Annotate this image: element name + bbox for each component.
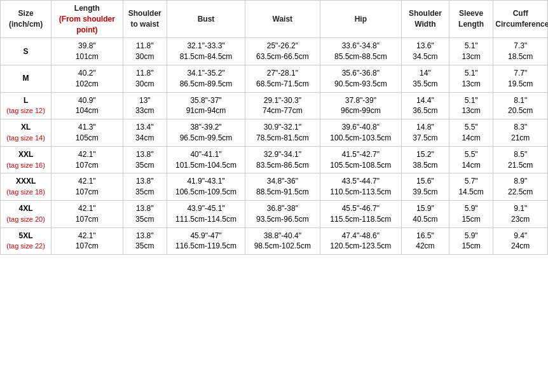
sw-metric: 40.5cm <box>404 214 447 225</box>
cell-waist: 27"-28.1"68.5cm-71.5cm <box>245 65 320 92</box>
header-shoulder-width: ShoulderWidth <box>401 1 449 38</box>
cell-cuff: 7.3"18.5cm <box>493 38 548 65</box>
cc-imperial: 7.7" <box>495 68 545 79</box>
waist-metric: 68.5cm-71.5cm <box>247 79 318 90</box>
cell-shoulder: 11.8"30cm <box>123 38 167 65</box>
shoulder-metric: 35cm <box>125 187 165 198</box>
bust-metric: 86.5cm-89.5cm <box>169 79 243 90</box>
cell-sleeve-length: 5.7"14.5cm <box>449 173 493 201</box>
cell-cuff: 8.1"20.5cm <box>493 92 548 119</box>
size-tag: (tag size 22) <box>6 242 45 250</box>
cell-sleeve-length: 5.5"14cm <box>449 146 493 173</box>
table-row: 4XL(tag size 20) 42.1"107cm 13.8"35cm 43… <box>1 200 548 227</box>
cell-shoulder-width: 14.4"36.5cm <box>401 92 449 119</box>
cell-hip: 33.6"-34.8"85.5cm-88.5cm <box>320 38 401 65</box>
sl-imperial: 5.7" <box>451 176 491 187</box>
size-chart-wrapper: Size(inch/cm) Length(From shoulder point… <box>0 0 548 255</box>
size-label: 5XL <box>19 231 33 240</box>
sw-metric: 36.5cm <box>404 105 447 116</box>
sl-metric: 14cm <box>451 160 491 171</box>
size-label: XXXL <box>16 177 36 186</box>
sw-imperial: 14.4" <box>404 95 447 106</box>
sl-imperial: 5.9" <box>451 231 491 241</box>
hip-metric: 110.5cm-113.5cm <box>322 187 399 198</box>
cell-size: XXXL(tag size 18) <box>1 173 51 201</box>
cell-shoulder: 13.4"34cm <box>123 119 167 147</box>
shoulder-metric: 35cm <box>125 160 165 171</box>
sw-metric: 37.5cm <box>404 133 447 144</box>
cell-waist: 25"-26.2"63.5cm-66.5cm <box>245 38 320 65</box>
cell-bust: 45.9"-47"116.5cm-119.5cm <box>167 227 245 255</box>
waist-imperial: 38.8"-40.4" <box>247 231 318 241</box>
sw-metric: 39.5cm <box>404 187 447 198</box>
sl-metric: 14cm <box>451 133 491 144</box>
sl-metric: 13cm <box>451 79 491 90</box>
cc-imperial: 9.1" <box>495 203 545 214</box>
bust-metric: 116.5cm-119.5cm <box>169 241 243 252</box>
shoulder-imperial: 13.8" <box>125 231 165 241</box>
cell-length: 42.1"107cm <box>51 146 123 173</box>
shoulder-metric: 33cm <box>125 105 165 116</box>
cell-size: XL(tag size 14) <box>1 119 51 147</box>
shoulder-metric: 30cm <box>125 79 165 90</box>
bust-metric: 96.5cm-99.5cm <box>169 133 243 144</box>
table-row: M 40.2"102cm 11.8"30cm 34.1"-35.2"86.5cm… <box>1 65 548 92</box>
cc-imperial: 8.1" <box>495 95 545 106</box>
length-metric: 102cm <box>53 79 120 90</box>
bust-metric: 111.5cm-114.5cm <box>169 214 243 225</box>
sl-imperial: 5.1" <box>451 95 491 106</box>
bust-metric: 106.5cm-109.5cm <box>169 187 243 198</box>
cell-size: M <box>1 65 51 92</box>
size-tag: (tag size 16) <box>6 161 45 169</box>
shoulder-imperial: 13.8" <box>125 203 165 214</box>
cell-size: XXL(tag size 16) <box>1 146 51 173</box>
cell-shoulder-width: 14.8"37.5cm <box>401 119 449 147</box>
cc-metric: 22.5cm <box>495 187 545 198</box>
hip-metric: 90.5cm-93.5cm <box>322 79 399 90</box>
length-metric: 104cm <box>53 105 120 116</box>
cell-shoulder-width: 13.6"34.5cm <box>401 38 449 65</box>
waist-metric: 74cm-77cm <box>247 105 318 116</box>
size-label: XXL <box>18 150 33 159</box>
hip-imperial: 47.4"-48.6" <box>322 231 399 241</box>
waist-imperial: 36.8"-38" <box>247 203 318 214</box>
waist-metric: 98.5cm-102.5cm <box>247 241 318 252</box>
cell-cuff: 8.3"21cm <box>493 119 548 147</box>
length-metric: 105cm <box>53 133 120 144</box>
hip-metric: 100.5cm-103.5cm <box>322 133 399 144</box>
bust-imperial: 40"-41.1" <box>169 149 243 160</box>
length-metric: 107cm <box>53 160 120 171</box>
cell-size: L(tag size 12) <box>1 92 51 119</box>
hip-metric: 85.5cm-88.5cm <box>322 51 399 62</box>
cc-imperial: 8.9" <box>495 176 545 187</box>
cell-bust: 32.1"-33.3"81.5cm-84.5cm <box>167 38 245 65</box>
cc-metric: 20.5cm <box>495 105 545 116</box>
cell-shoulder-width: 14"35.5cm <box>401 65 449 92</box>
waist-metric: 63.5cm-66.5cm <box>247 51 318 62</box>
waist-metric: 83.5cm-86.5cm <box>247 160 318 171</box>
size-tag: (tag size 14) <box>6 134 45 142</box>
cell-shoulder: 13.8"35cm <box>123 227 167 255</box>
header-shoulder-waist: Shoulderto waist <box>123 1 167 38</box>
cc-metric: 18.5cm <box>495 51 545 62</box>
header-waist: Waist <box>245 1 320 38</box>
shoulder-metric: 35cm <box>125 214 165 225</box>
sw-metric: 35.5cm <box>404 79 447 90</box>
cell-shoulder: 13.8"35cm <box>123 200 167 227</box>
header-cuff: CuffCircumference <box>493 1 548 38</box>
cell-bust: 38"-39.2"96.5cm-99.5cm <box>167 119 245 147</box>
cell-bust: 43.9"-45.1"111.5cm-114.5cm <box>167 200 245 227</box>
waist-metric: 88.5cm-91.5cm <box>247 187 318 198</box>
cell-bust: 34.1"-35.2"86.5cm-89.5cm <box>167 65 245 92</box>
bust-metric: 81.5cm-84.5cm <box>169 51 243 62</box>
bust-metric: 91cm-94cm <box>169 105 243 116</box>
cell-shoulder-width: 15.6"39.5cm <box>401 173 449 201</box>
table-row: S 39.8"101cm 11.8"30cm 32.1"-33.3"81.5cm… <box>1 38 548 65</box>
waist-imperial: 34.8"-36" <box>247 176 318 187</box>
bust-imperial: 32.1"-33.3" <box>169 41 243 51</box>
size-tag: (tag size 12) <box>6 107 45 114</box>
bust-metric: 101.5cm-104.5cm <box>169 160 243 171</box>
cc-imperial: 8.5" <box>495 149 545 160</box>
shoulder-imperial: 13.4" <box>125 122 165 133</box>
sl-metric: 13cm <box>451 105 491 116</box>
